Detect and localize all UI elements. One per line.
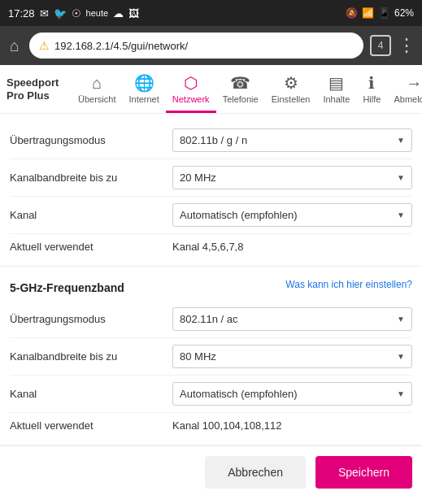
value-aktuell-24: Kanal 4,5,6,7,8 xyxy=(172,241,412,253)
rss-icon: ☉ xyxy=(72,7,81,20)
cancel-button[interactable]: Abbrechen xyxy=(205,456,306,489)
value-kanalbandbreite-24[interactable]: 20 MHz▼ xyxy=(172,166,412,189)
value-uebertragungsmodus-5[interactable]: 802.11n / ac▼ xyxy=(172,307,412,331)
browser-bar: ⌂ ⚠ 192.168.2.1/4.5/gui/network/ 4 ⋮ xyxy=(0,26,422,65)
section-5ghz-title: 5-GHz-Frequenzband xyxy=(10,275,124,298)
label-uebertragungsmodus-24: Übertragungsmodus xyxy=(10,134,172,146)
weather-icon: ☁ xyxy=(113,7,124,20)
nav-tab-einstellen[interactable]: ⚙Einstellen xyxy=(265,65,317,113)
value-kanal-24[interactable]: Automatisch (empfohlen)▼ xyxy=(172,203,412,227)
form-row-aktuell-24: Aktuell verwendetKanal 4,5,6,7,8 xyxy=(10,234,412,259)
netzwerk-label: Netzwerk xyxy=(172,94,210,104)
nav-tab-netzwerk[interactable]: ⬡Netzwerk xyxy=(166,65,216,113)
signal-icon: 📱 xyxy=(378,7,390,19)
form-row-kanalbandbreite-5: Kanalbandbreite bis zu80 MHz▼ xyxy=(10,338,412,376)
uebersicht-label: Übersicht xyxy=(78,94,115,104)
nav-tab-internet[interactable]: 🌐Internet xyxy=(122,65,165,113)
select-kanal-24[interactable]: Automatisch (empfohlen)▼ xyxy=(172,203,412,227)
nav-tab-abmelden[interactable]: →Abmelden xyxy=(387,65,422,113)
einstellen-icon: ⚙ xyxy=(284,73,298,93)
telefonie-label: Telefonie xyxy=(223,94,259,104)
url-bar[interactable]: ⚠ 192.168.2.1/4.5/gui/network/ xyxy=(29,33,363,59)
value-kanal-5[interactable]: Automatisch (empfohlen)▼ xyxy=(172,382,412,406)
browser-home-button[interactable]: ⌂ xyxy=(7,33,23,59)
select-kanalbandbreite-5[interactable]: 80 MHz▼ xyxy=(172,345,412,368)
chevron-down-icon: ▼ xyxy=(397,173,405,182)
status-time: 17:28 xyxy=(8,7,35,20)
label-kanal-5: Kanal xyxy=(10,388,172,400)
inhalte-icon: ▤ xyxy=(328,73,344,93)
save-button[interactable]: Speichern xyxy=(315,456,412,489)
form-row-kanalbandbreite-24: Kanalbandbreite bis zu20 MHz▼ xyxy=(10,159,412,197)
select-kanal-5[interactable]: Automatisch (empfohlen)▼ xyxy=(172,382,412,406)
warning-icon: ⚠ xyxy=(39,39,50,52)
help-link[interactable]: Was kann ich hier einstellen? xyxy=(285,279,412,290)
label-kanalbandbreite-5: Kanalbandbreite bis zu xyxy=(10,350,172,363)
label-uebertragungsmodus-5: Übertragungsmodus xyxy=(10,313,172,325)
chevron-down-icon: ▼ xyxy=(397,136,405,145)
label-kanalbandbreite-24: Kanalbandbreite bis zu xyxy=(10,172,172,184)
abmelden-icon: → xyxy=(406,74,422,93)
chevron-down-icon: ▼ xyxy=(397,389,405,398)
mail-icon: ✉ xyxy=(40,7,49,20)
battery-level: 62% xyxy=(394,7,414,19)
einstellen-label: Einstellen xyxy=(272,94,311,104)
internet-label: Internet xyxy=(128,94,159,104)
telefonie-icon: ☎ xyxy=(230,73,250,93)
label-kanal-24: Kanal xyxy=(10,209,172,221)
form-row-uebertragungsmodus-24: Übertragungsmodus802.11b / g / n▼ xyxy=(10,122,412,159)
form-row-uebertragungsmodus-5: Übertragungsmodus802.11n / ac▼ xyxy=(10,301,412,338)
form-row-kanal-24: KanalAutomatisch (empfohlen)▼ xyxy=(10,197,412,234)
button-bar: Abbrechen Speichern xyxy=(0,445,422,498)
form-row-kanal-5: KanalAutomatisch (empfohlen)▼ xyxy=(10,376,412,413)
tab-count-button[interactable]: 4 xyxy=(370,35,391,56)
netzwerk-icon: ⬡ xyxy=(184,73,198,93)
chevron-down-icon: ▼ xyxy=(397,352,405,361)
inhalte-label: Inhalte xyxy=(323,94,350,104)
nav-tab-hilfe[interactable]: ℹHilfe xyxy=(356,65,387,113)
abmelden-label: Abmelden xyxy=(394,94,422,104)
form-row-aktuell-5: Aktuell verwendetKanal 100,104,108,112 xyxy=(10,413,412,438)
label-aktuell-24: Aktuell verwendet xyxy=(10,241,172,253)
mute-icon: 🔕 xyxy=(346,7,358,19)
select-kanalbandbreite-24[interactable]: 20 MHz▼ xyxy=(172,166,412,189)
nav-tab-uebersicht[interactable]: ⌂Übersicht xyxy=(72,65,122,113)
main-content: Übertragungsmodus802.11b / g / n▼Kanalba… xyxy=(0,114,422,498)
app-header: Speedport Pro Plus ⌂Übersicht🌐Internet⬡N… xyxy=(0,65,422,114)
nav-tab-inhalte[interactable]: ▤Inhalte xyxy=(316,65,356,113)
nav-tabs: ⌂Übersicht🌐Internet⬡Netzwerk☎Telefonie⚙E… xyxy=(72,65,422,113)
section-24ghz: Übertragungsmodus802.11b / g / n▼Kanalba… xyxy=(0,114,422,267)
gallery-icon: 🖼 xyxy=(128,7,139,20)
nav-tab-telefonie[interactable]: ☎Telefonie xyxy=(216,65,265,113)
label-aktuell-5: Aktuell verwendet xyxy=(10,419,172,432)
heute-icon: heute xyxy=(86,8,109,18)
select-uebertragungsmodus-24[interactable]: 802.11b / g / n▼ xyxy=(172,128,412,152)
hilfe-label: Hilfe xyxy=(363,94,381,104)
chevron-down-icon: ▼ xyxy=(397,211,405,219)
value-kanalbandbreite-5[interactable]: 80 MHz▼ xyxy=(172,345,412,368)
browser-more-button[interactable]: ⋮ xyxy=(398,35,415,56)
value-aktuell-5: Kanal 100,104,108,112 xyxy=(172,419,412,432)
section-5ghz: 5-GHz-Frequenzband Was kann ich hier ein… xyxy=(0,267,422,445)
twitter-icon: 🐦 xyxy=(54,7,67,20)
internet-icon: 🌐 xyxy=(134,73,154,93)
uebersicht-icon: ⌂ xyxy=(92,74,102,93)
url-text: 192.168.2.1/4.5/gui/network/ xyxy=(54,40,188,52)
wifi-icon: 📶 xyxy=(362,7,374,19)
select-uebertragungsmodus-5[interactable]: 802.11n / ac▼ xyxy=(172,307,412,331)
brand-logo: Speedport Pro Plus xyxy=(7,76,72,102)
status-bar: 17:28 ✉ 🐦 ☉ heute ☁ 🖼 🔕 📶 📱 62% xyxy=(0,0,422,26)
value-uebertragungsmodus-24[interactable]: 802.11b / g / n▼ xyxy=(172,128,412,152)
chevron-down-icon: ▼ xyxy=(397,315,405,324)
hilfe-icon: ℹ xyxy=(368,73,375,93)
